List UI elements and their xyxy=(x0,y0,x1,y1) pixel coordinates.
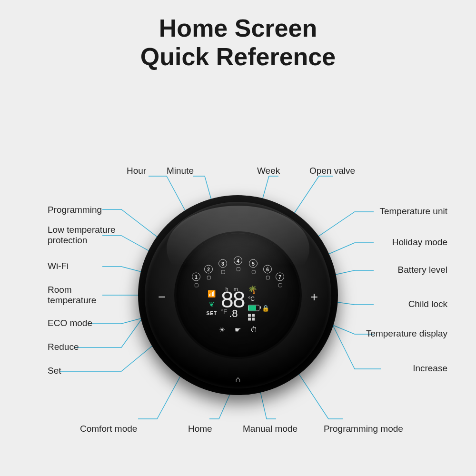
label-set: Set xyxy=(48,366,61,376)
temperature-main: 88 xyxy=(221,291,244,309)
label-reduce: Reduce xyxy=(48,342,79,352)
hm-label: h m xyxy=(221,286,244,292)
eco-icon: ❦ xyxy=(209,300,215,308)
label-week: Week xyxy=(257,166,280,176)
label-holiday: Holiday mode xyxy=(392,237,447,248)
lcd-screen: 1▢ 2▢ 3▢ 4▢ 5▢ 6▢ 7▢ 📶 ❦ SET h m xyxy=(176,233,300,357)
label-comfort: Comfort mode xyxy=(80,424,137,434)
set-indicator: SET xyxy=(207,311,217,316)
label-home: Home xyxy=(188,424,212,434)
increase-button[interactable]: + xyxy=(310,289,318,305)
temp-display-icon xyxy=(248,314,255,321)
lock-icon: 🔒 xyxy=(262,305,269,312)
label-battery: Battery level xyxy=(397,265,447,275)
manual-icon: ☛ xyxy=(235,326,241,334)
label-manual: Manual mode xyxy=(243,424,298,434)
label-minute: Minute xyxy=(167,166,194,176)
reduce-button[interactable]: − xyxy=(158,289,166,305)
holiday-icon: 🌴 xyxy=(248,285,258,294)
unit-c: °C xyxy=(248,296,254,302)
label-room-temp: Roomtemperature xyxy=(48,285,96,306)
label-low-temp: Low temperatureprotection xyxy=(48,225,116,246)
clock-icon: ⏱ xyxy=(250,326,258,334)
comfort-icon: ☀ xyxy=(219,326,225,334)
home-button[interactable]: ⌂ xyxy=(236,375,241,385)
label-temp-unit: Temperature unit xyxy=(379,206,447,217)
wifi-icon: 📶 xyxy=(208,290,216,298)
battery-icon xyxy=(248,305,259,311)
label-programming: Programming xyxy=(48,205,102,215)
label-temp-display: Temperature display xyxy=(366,328,447,339)
home-icon: ⌂ xyxy=(236,375,241,384)
label-wifi: Wi-Fi xyxy=(48,261,69,271)
label-hour: Hour xyxy=(127,166,146,176)
label-open-valve: Open valve xyxy=(309,166,355,176)
label-prog-mode: Programming mode xyxy=(324,424,403,434)
unit-f: °F xyxy=(221,308,227,314)
label-increase: Increase xyxy=(413,363,447,374)
thermostat-device: − + ⌂ 1▢ 2▢ 3▢ 4▢ 5▢ 6▢ 7▢ 📶 ❦ SET xyxy=(138,195,338,395)
temperature-decimal: .8 xyxy=(229,307,238,319)
label-eco: ECO mode xyxy=(48,318,92,328)
label-child-lock: Child lock xyxy=(408,299,447,309)
period-arc: 1▢ 2▢ 3▢ 4▢ 5▢ 6▢ 7▢ xyxy=(188,257,288,284)
